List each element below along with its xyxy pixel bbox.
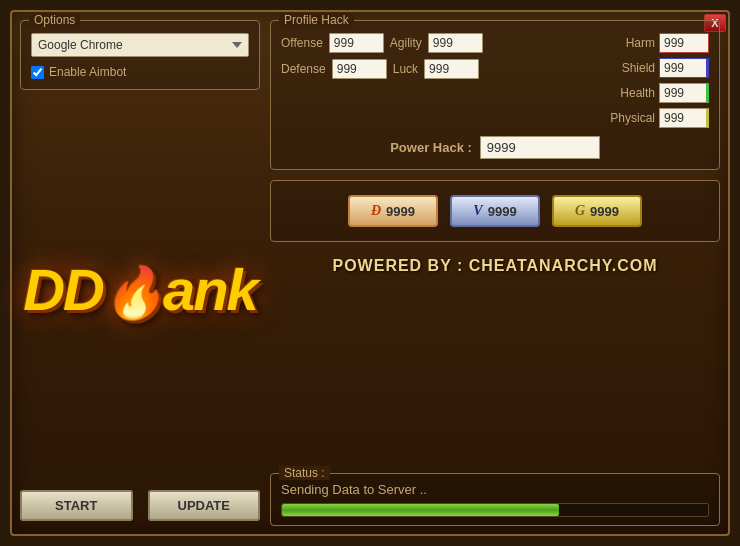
aimbot-row: Enable Aimbot	[31, 65, 249, 79]
luck-label: Luck	[393, 62, 418, 76]
health-input[interactable]	[659, 83, 709, 103]
currency3-button[interactable]: G 9999	[552, 195, 642, 227]
right-panel: Profile Hack Offense Agility Defense	[270, 20, 720, 526]
harm-row: Harm	[605, 33, 709, 53]
harm-label: Harm	[605, 36, 655, 50]
currency2-button[interactable]: V 9999	[450, 195, 540, 227]
currency3-value: 9999	[590, 204, 619, 219]
options-box: Options Google Chrome Enable Aimbot	[20, 20, 260, 90]
defense-input[interactable]	[332, 59, 387, 79]
currency3-icon: G	[575, 203, 585, 219]
content-area: Options Google Chrome Enable Aimbot DD🔥a…	[12, 12, 728, 534]
logo-area: DD🔥ank	[20, 100, 260, 480]
status-label: Status :	[279, 466, 330, 480]
aimbot-label: Enable Aimbot	[49, 65, 126, 79]
agility-label: Agility	[390, 36, 422, 50]
currency1-button[interactable]: Ð 9999	[348, 195, 438, 227]
currency2-icon: V	[473, 203, 482, 219]
powered-by: POWERED BY : CHEATANARCHY.COM	[270, 252, 720, 280]
currency1-value: 9999	[386, 204, 415, 219]
currency1-icon: Ð	[371, 203, 381, 219]
shield-input[interactable]	[659, 58, 709, 78]
physical-label: Physical	[605, 111, 655, 125]
physical-input[interactable]	[659, 108, 709, 128]
profile-hack-label: Profile Hack	[279, 13, 354, 27]
power-hack-row: Power Hack :	[281, 136, 709, 159]
profile-hack-box: Profile Hack Offense Agility Defense	[270, 20, 720, 170]
shield-row: Shield	[605, 58, 709, 78]
health-label: Health	[605, 86, 655, 100]
power-input[interactable]	[480, 136, 600, 159]
currency-box: Ð 9999 V 9999 G 9999	[270, 180, 720, 242]
currency2-value: 9999	[488, 204, 517, 219]
health-row: Health	[605, 83, 709, 103]
status-box: Status : Sending Data to Server ..	[270, 473, 720, 526]
start-button[interactable]: START	[20, 490, 133, 521]
main-window: X Options Google Chrome Enable Aimbot DD	[10, 10, 730, 536]
status-text: Sending Data to Server ..	[281, 480, 709, 503]
defense-label: Defense	[281, 62, 326, 76]
progress-bar-fill	[282, 504, 559, 516]
physical-row: Physical	[605, 108, 709, 128]
power-label: Power Hack :	[390, 140, 472, 155]
left-panel: Options Google Chrome Enable Aimbot DD🔥a…	[20, 20, 260, 526]
luck-input[interactable]	[424, 59, 479, 79]
logo-text: DD🔥ank	[23, 261, 257, 319]
agility-input[interactable]	[428, 33, 483, 53]
update-button[interactable]: UPDATE	[148, 490, 261, 521]
harm-input[interactable]	[659, 33, 709, 53]
aimbot-checkbox[interactable]	[31, 66, 44, 79]
offense-label: Offense	[281, 36, 323, 50]
options-label: Options	[29, 13, 80, 27]
progress-bar-background	[281, 503, 709, 517]
bottom-buttons: START UPDATE	[20, 490, 260, 526]
browser-select[interactable]: Google Chrome	[31, 33, 249, 57]
offense-input[interactable]	[329, 33, 384, 53]
shield-label: Shield	[605, 61, 655, 75]
